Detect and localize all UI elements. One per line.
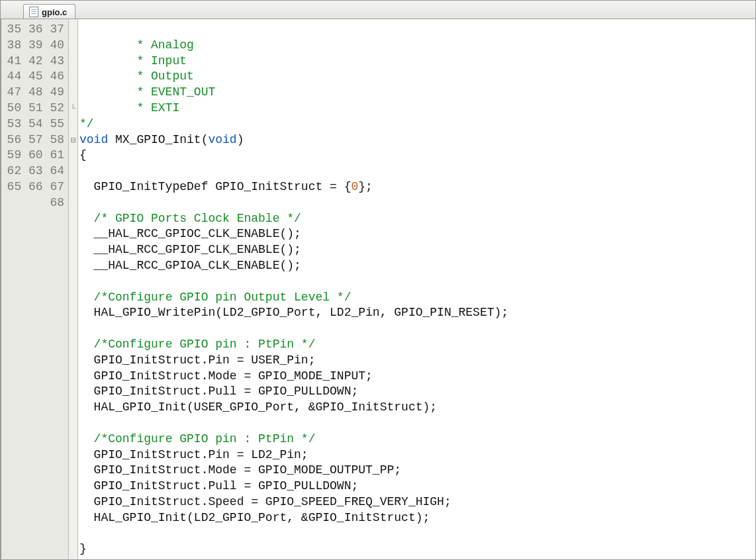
code-text: GPIO_InitStruct.Speed = GPIO_SPEED_FREQ_… <box>79 495 451 508</box>
comment: * Output <box>79 70 194 83</box>
comment: /* GPIO Ports Clock Enable */ <box>94 212 301 225</box>
comment: /*Configure GPIO pin : PtPin */ <box>94 338 316 351</box>
code-text: __HAL_RCC_GPIOF_CLK_ENABLE(); <box>79 243 301 256</box>
code-text: GPIO_InitStruct.Pin = LD2_Pin; <box>79 448 308 461</box>
code-text: MX_GPIO_Init( <box>108 133 208 146</box>
code-text: GPIO_InitStruct.Pull = GPIO_PULLDOWN; <box>79 479 358 492</box>
file-tab-label: gpio.c <box>42 7 67 17</box>
code-text: GPIO_InitStruct.Mode = GPIO_MODE_INPUT; <box>79 369 373 383</box>
code-text: }; <box>358 180 373 193</box>
code-text: GPIO_InitTypeDef GPIO_InitStruct = { <box>79 180 351 193</box>
comment: * Analog <box>79 38 194 52</box>
code-text: GPIO_InitStruct.Pin = USER_Pin; <box>79 353 315 367</box>
code-area[interactable]: * Analog * Input * Output * EVENT_OUT * … <box>78 19 755 559</box>
editor: 35 36 37 38 39 40 41 42 43 44 45 46 47 4… <box>1 19 755 559</box>
comment: */ <box>79 117 94 130</box>
file-tab[interactable]: gpio.c <box>23 4 75 19</box>
line-number-gutter[interactable]: 35 36 37 38 39 40 41 42 43 44 45 46 47 4… <box>1 19 69 559</box>
number-literal: 0 <box>351 180 358 193</box>
file-icon <box>29 7 38 17</box>
fold-column[interactable]: └ ⊟ <box>69 19 78 559</box>
comment: /*Configure GPIO pin : PtPin */ <box>94 432 316 445</box>
code-text: __HAL_RCC_GPIOA_CLK_ENABLE(); <box>79 259 301 272</box>
code-text: __HAL_RCC_GPIOC_CLK_ENABLE(); <box>79 227 301 240</box>
code-text: HAL_GPIO_WritePin(LD2_GPIO_Port, LD2_Pin… <box>79 306 508 319</box>
code-text: HAL_GPIO_Init(LD2_GPIO_Port, &GPIO_InitS… <box>79 511 430 524</box>
comment: * EXTI <box>79 101 179 115</box>
tab-bar: gpio.c <box>1 1 755 19</box>
code-text: GPIO_InitStruct.Mode = GPIO_MODE_OUTPUT_… <box>79 463 401 477</box>
keyword-void: void <box>79 133 108 146</box>
code-text: GPIO_InitStruct.Pull = GPIO_PULLDOWN; <box>79 385 358 398</box>
code-text: } <box>79 542 87 555</box>
keyword-void: void <box>208 133 236 146</box>
comment: * EVENT_OUT <box>79 85 215 99</box>
code-text: { <box>79 148 87 162</box>
comment: /*Configure GPIO pin Output Level */ <box>94 291 352 304</box>
code-text: ) <box>237 133 244 146</box>
code-text: HAL_GPIO_Init(USER_GPIO_Port, &GPIO_Init… <box>79 400 437 414</box>
comment: * Input <box>79 54 187 68</box>
